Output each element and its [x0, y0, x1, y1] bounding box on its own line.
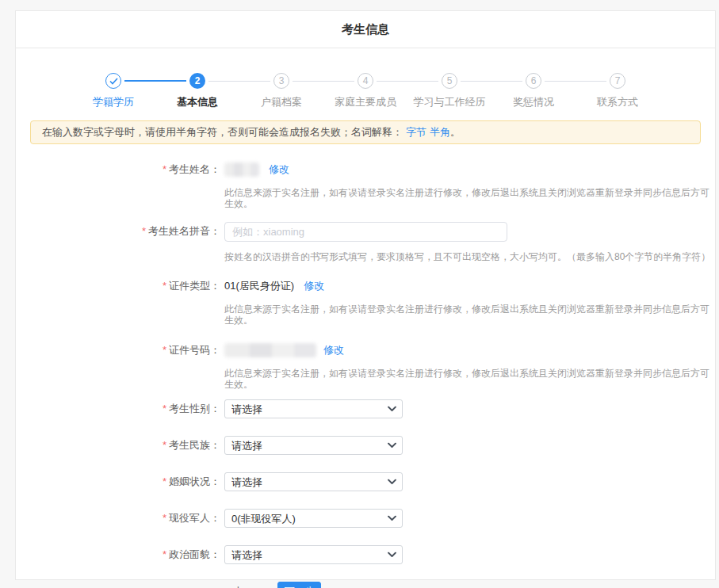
- step-jiangcheng-qingkuang: 6 奖惩情况: [491, 73, 576, 109]
- cert-no-row: *证件号码： 修改 此信息来源于实名注册，如有误请登录实名注册进行修改，修改后退…: [16, 341, 715, 390]
- military-service-select[interactable]: 0(非现役军人): [224, 509, 403, 528]
- wizard-stepper: 学籍学历 2 基本信息 3 户籍档案 4 家庭主要成员 5 学习与工作经历 6 …: [71, 73, 660, 109]
- step-6-circle: 6: [526, 73, 541, 89]
- basic-info-form: *考生姓名： 修改 此信息来源于实名注册，如有误请登录实名注册进行修改，修改后退…: [16, 144, 715, 588]
- step-1-circle: [105, 73, 121, 89]
- ethnicity-label: *考生民族：: [16, 436, 224, 455]
- required-asterisk: *: [163, 475, 166, 487]
- pinyin-helper: 按姓名的汉语拼音的书写形式填写，要求顶格写，且不可出现空格，大小写均可。（最多输…: [224, 251, 715, 262]
- required-asterisk: *: [163, 280, 166, 292]
- page-title: 考生信息: [342, 22, 389, 37]
- step-lianxi-fangshi: 7 联系方式: [576, 73, 660, 109]
- required-asterisk: *: [163, 548, 166, 560]
- gender-select[interactable]: 请选择: [224, 399, 403, 418]
- required-asterisk: *: [163, 163, 166, 175]
- step-jiben-xinxi: 2 基本信息: [155, 73, 239, 109]
- halfwidth-definition-link[interactable]: 半角: [430, 125, 450, 139]
- marital-status-label: *婚姻状况：: [16, 472, 224, 491]
- candidate-info-card: 考生信息 学籍学历 2 基本信息 3 户籍档案 4 家庭主要成员 5 学习与工作…: [15, 10, 716, 580]
- gender-label: *考生性别：: [16, 399, 224, 418]
- ethnicity-select[interactable]: 请选择: [224, 436, 403, 455]
- check-icon: [109, 78, 118, 85]
- military-service-row: *现役军人： 0(非现役军人): [16, 509, 715, 528]
- step-5-circle: 5: [442, 73, 457, 89]
- step-7-circle: 7: [610, 73, 625, 89]
- cert-type-label: *证件类型：: [16, 277, 224, 326]
- political-status-select[interactable]: 请选择: [224, 545, 403, 564]
- step-xueji-xueli: 学籍学历: [71, 73, 155, 109]
- step-2-label: 基本信息: [177, 95, 218, 109]
- marital-status-select[interactable]: 请选择: [224, 472, 403, 491]
- step-5-label: 学习与工作经历: [414, 95, 486, 109]
- step-1-label: 学籍学历: [93, 95, 134, 109]
- step-xuexi-gongzuo: 5 学习与工作经历: [407, 73, 491, 109]
- form-actions-row: 上一步 下一步: [16, 582, 715, 588]
- candidate-name-label: *考生姓名：: [16, 160, 224, 209]
- card-header: 考生信息: [16, 11, 715, 48]
- required-asterisk: *: [163, 344, 166, 356]
- required-asterisk: *: [142, 225, 146, 237]
- name-pinyin-label: *考生姓名拼音：: [16, 222, 224, 262]
- candidate-name-masked-value: [224, 162, 259, 177]
- political-status-label: *政治面貌：: [16, 545, 224, 564]
- modify-cert-no-link[interactable]: 修改: [323, 343, 344, 357]
- realname-note: 此信息来源于实名注册，如有误请登录实名注册进行修改，修改后退出系统且关闭浏览器重…: [224, 368, 715, 390]
- cert-no-masked-value: [224, 343, 316, 357]
- required-asterisk: *: [163, 403, 166, 414]
- step-4-circle: 4: [358, 73, 373, 89]
- step-6-label: 奖惩情况: [513, 95, 554, 109]
- cert-no-label: *证件号码：: [16, 341, 224, 390]
- cert-type-value: 01(居民身份证): [224, 279, 294, 293]
- realname-note: 此信息来源于实名注册，如有误请登录实名注册进行修改，修改后退出系统且关闭浏览器重…: [224, 187, 715, 209]
- notice-text: 在输入数字或字母时，请使用半角字符，否则可能会造成报名失败；名词解释：: [42, 125, 403, 139]
- step-7-label: 联系方式: [597, 95, 638, 109]
- name-pinyin-input[interactable]: [224, 222, 507, 242]
- ethnicity-row: *考生民族： 请选择: [16, 436, 715, 455]
- military-service-label: *现役军人：: [16, 509, 224, 528]
- step-3-label: 户籍档案: [261, 95, 302, 109]
- modify-cert-type-link[interactable]: 修改: [304, 279, 324, 293]
- cert-type-row: *证件类型： 01(居民身份证) 修改 此信息来源于实名注册，如有误请登录实名注…: [16, 277, 715, 326]
- next-step-button[interactable]: 下一步: [277, 582, 321, 588]
- required-asterisk: *: [163, 512, 166, 524]
- candidate-name-row: *考生姓名： 修改 此信息来源于实名注册，如有误请登录实名注册进行修改，修改后退…: [16, 160, 715, 209]
- step-huji-dangan: 3 户籍档案: [239, 73, 323, 109]
- gender-row: *考生性别： 请选择: [16, 399, 715, 418]
- required-asterisk: *: [163, 439, 166, 451]
- notice-text-end: 。: [450, 125, 461, 139]
- modify-name-link[interactable]: 修改: [269, 162, 289, 177]
- political-status-row: *政治面貌： 请选择: [16, 545, 715, 564]
- realname-note: 此信息来源于实名注册，如有误请登录实名注册进行修改，修改后退出系统且关闭浏览器重…: [224, 304, 715, 326]
- step-jiating-chengyuan: 4 家庭主要成员: [323, 73, 407, 109]
- halfwidth-notice-banner: 在输入数字或字母时，请使用半角字符，否则可能会造成报名失败；名词解释：字节半角。: [30, 120, 701, 144]
- step-3-circle: 3: [273, 73, 289, 89]
- step-2-circle: 2: [189, 73, 205, 89]
- byte-definition-link[interactable]: 字节: [406, 125, 426, 139]
- marital-status-row: *婚姻状况： 请选择: [16, 472, 715, 491]
- step-4-label: 家庭主要成员: [335, 95, 396, 109]
- name-pinyin-row: *考生姓名拼音： 按姓名的汉语拼音的书写形式填写，要求顶格写，且不可出现空格，大…: [16, 222, 715, 262]
